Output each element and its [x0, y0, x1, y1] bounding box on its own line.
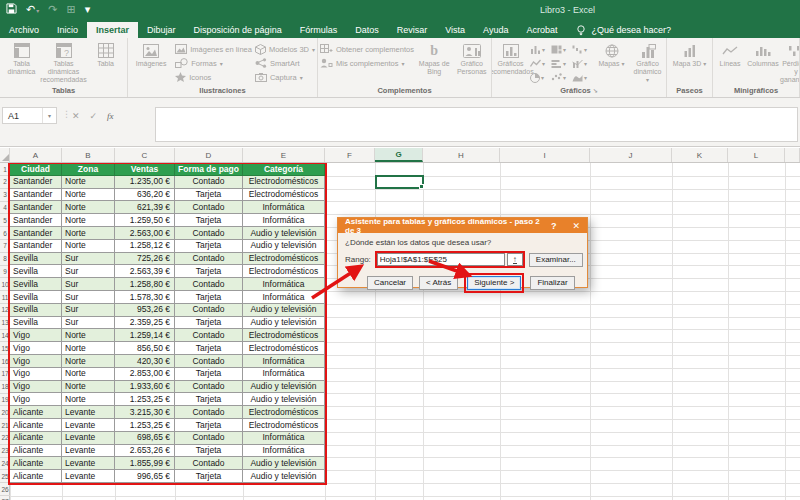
cell-C6[interactable]: 2.563,00 €	[115, 227, 175, 240]
cell-A13[interactable]: Sevilla	[10, 317, 62, 330]
ribbon-button-chart-waterfall[interactable]: ▾	[572, 43, 592, 56]
cell-A24[interactable]: Alicante	[10, 457, 62, 470]
cell-E7[interactable]: Audio y televisión	[243, 240, 325, 253]
cell-D22[interactable]: Contado	[175, 432, 243, 445]
undo-icon[interactable]: ↶▾	[26, 4, 39, 15]
cell-A23[interactable]: Alicante	[10, 445, 62, 458]
cell-B9[interactable]: Sur	[62, 265, 115, 278]
row-header-7[interactable]: 7	[0, 240, 10, 253]
cell-E1[interactable]: Categoría	[243, 163, 325, 176]
dialog-launcher-icon[interactable]: ↘	[593, 88, 598, 94]
tab-dibujar[interactable]: Dibujar	[138, 22, 185, 38]
cell-D9[interactable]: Tarjeta	[175, 265, 243, 278]
cell-A12[interactable]: Sevilla	[10, 304, 62, 317]
tab-acrobat[interactable]: Acrobat	[517, 22, 566, 38]
cell-B1[interactable]: Zona	[62, 163, 115, 176]
cell-C23[interactable]: 2.653,26 €	[115, 445, 175, 458]
row-header-17[interactable]: 17	[0, 368, 10, 381]
cell-B22[interactable]: Levante	[62, 432, 115, 445]
cell-C9[interactable]: 2.563,39 €	[115, 265, 175, 278]
cell-D6[interactable]: Contado	[175, 227, 243, 240]
cell-A2[interactable]: Santander	[10, 176, 62, 189]
cell-E3[interactable]: Electrodomésticos	[243, 189, 325, 202]
cell-E16[interactable]: Informática	[243, 355, 325, 368]
cell-B20[interactable]: Levante	[62, 406, 115, 419]
tab-disposición-de-página[interactable]: Disposición de página	[185, 22, 291, 38]
qat-customize-icon[interactable]: ▾	[85, 4, 91, 15]
cell-B19[interactable]: Norte	[62, 393, 115, 406]
ribbon-button-chart-combo[interactable]: ▾	[572, 57, 592, 70]
ribbon-button-chart-bar[interactable]: ▾	[551, 57, 571, 70]
cell-E19[interactable]: Audio y televisión	[243, 393, 325, 406]
row-header-10[interactable]: 10	[0, 278, 10, 291]
cell-A20[interactable]: Alicante	[10, 406, 62, 419]
cell-A9[interactable]: Sevilla	[10, 265, 62, 278]
row-header-20[interactable]: 20	[0, 406, 10, 419]
cell-D11[interactable]: Tarjeta	[175, 291, 243, 304]
cell-D25[interactable]: Tarjeta	[175, 470, 243, 483]
cell-B11[interactable]: Sur	[62, 291, 115, 304]
column-header-L[interactable]: L	[728, 148, 785, 162]
dialog-titlebar[interactable]: Asistente para tablas y gráficos dinámic…	[338, 218, 587, 233]
cell-D24[interactable]: Contado	[175, 457, 243, 470]
row-header-24[interactable]: 24	[0, 457, 10, 470]
cell-A22[interactable]: Alicante	[10, 432, 62, 445]
back-button[interactable]: < Atrás	[419, 276, 458, 290]
cell-D15[interactable]: Tarjeta	[175, 342, 243, 355]
tab-vista[interactable]: Vista	[436, 22, 474, 38]
cell-A4[interactable]: Santander	[10, 201, 62, 214]
column-header-G[interactable]: G	[375, 148, 423, 162]
cell-A15[interactable]: Vigo	[10, 342, 62, 355]
ribbon-button-líneas[interactable]: Líneas	[715, 41, 745, 68]
tab-ayuda[interactable]: Ayuda	[474, 22, 517, 38]
cell-C22[interactable]: 698,65 €	[115, 432, 175, 445]
cell-D7[interactable]: Tarjeta	[175, 240, 243, 253]
ribbon-button-gráfico-personas[interactable]: Gráfico Personas	[454, 41, 489, 76]
cell-E17[interactable]: Informática	[243, 368, 325, 381]
cell-A18[interactable]: Vigo	[10, 381, 62, 394]
cell-C12[interactable]: 953,26 €	[115, 304, 175, 317]
cell-B5[interactable]: Norte	[62, 214, 115, 227]
ribbon-button-smartart[interactable]: SmartArt	[255, 57, 315, 69]
cell-B24[interactable]: Levante	[62, 457, 115, 470]
cell-A16[interactable]: Vigo	[10, 355, 62, 368]
cell-A3[interactable]: Santander	[10, 189, 62, 202]
tab-datos[interactable]: Datos	[346, 22, 388, 38]
column-header-C[interactable]: C	[115, 148, 175, 162]
row-header-6[interactable]: 6	[0, 227, 10, 240]
cell-A11[interactable]: Sevilla	[10, 291, 62, 304]
cell-E5[interactable]: Informática	[243, 214, 325, 227]
cell-E11[interactable]: Informática	[243, 291, 325, 304]
cell-E13[interactable]: Audio y televisión	[243, 317, 325, 330]
column-header-J[interactable]: J	[590, 148, 672, 162]
cell-D23[interactable]: Tarjeta	[175, 445, 243, 458]
cell-D19[interactable]: Tarjeta	[175, 393, 243, 406]
name-box-dropdown-icon[interactable]: ▾	[42, 108, 56, 123]
cell-B7[interactable]: Norte	[62, 240, 115, 253]
active-cell-selection[interactable]	[375, 175, 424, 189]
tab-archivo[interactable]: Archivo	[0, 22, 48, 38]
next-button[interactable]: Siguiente >	[467, 276, 521, 290]
ribbon-button-chart-surface[interactable]: ▾	[572, 71, 592, 84]
ribbon-button-gráfico-dinámico[interactable]: Gráfico dinámico ▾	[631, 41, 664, 84]
cell-C10[interactable]: 1.258,80 €	[115, 278, 175, 291]
column-header-F[interactable]: F	[325, 148, 375, 162]
cell-C11[interactable]: 1.578,30 €	[115, 291, 175, 304]
cell-E14[interactable]: Electrodomésticos	[243, 329, 325, 342]
cell-E9[interactable]: Electrodomésticos	[243, 265, 325, 278]
row-header-9[interactable]: 9	[0, 265, 10, 278]
row-header-4[interactable]: 4	[0, 201, 10, 214]
row-header-18[interactable]: 18	[0, 381, 10, 394]
ribbon-button-formas[interactable]: Formas▾	[175, 57, 252, 69]
column-header-D[interactable]: D	[175, 148, 243, 162]
redo-icon[interactable]: ↷	[48, 4, 57, 15]
ribbon-button-tablas-dinámicas-recomendadas[interactable]: ?Tablas dinámicas recomendadas	[44, 41, 83, 84]
cell-B8[interactable]: Sur	[62, 253, 115, 266]
spreadsheet-grid[interactable]: 1234567891011121314151617181920212223242…	[0, 163, 800, 500]
cell-C20[interactable]: 3.215,30 €	[115, 406, 175, 419]
cell-E15[interactable]: Electrodomésticos	[243, 342, 325, 355]
ribbon-button-modelos-3d[interactable]: Modelos 3D▾	[255, 43, 315, 55]
ribbon-button-mapas[interactable]: Mapas ▾	[595, 41, 628, 68]
cell-A7[interactable]: Santander	[10, 240, 62, 253]
enter-entry-icon[interactable]: ✓	[90, 111, 98, 121]
